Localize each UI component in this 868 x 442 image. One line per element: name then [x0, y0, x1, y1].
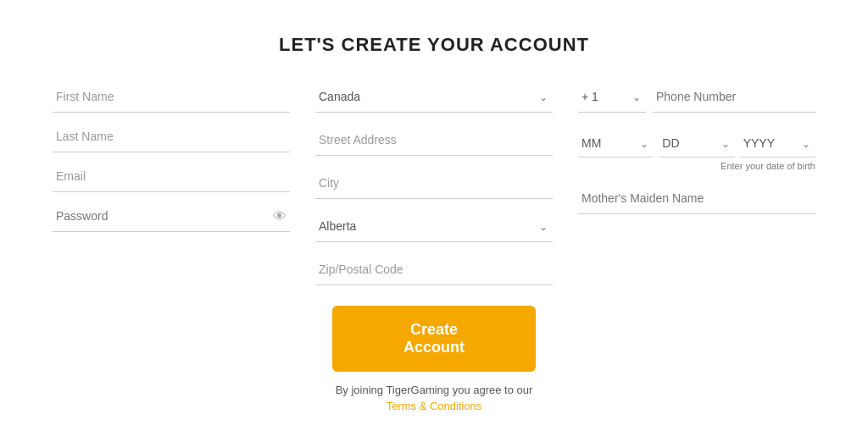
email-input[interactable] — [53, 161, 290, 192]
dob-year-wrapper: YYYY ⌄ — [740, 130, 815, 157]
zip-input[interactable] — [315, 254, 553, 285]
maiden-name-input[interactable] — [578, 183, 815, 214]
form-bottom: Create Account By joining TigerGaming yo… — [315, 306, 553, 412]
password-input[interactable] — [53, 201, 290, 232]
phone-code-select[interactable]: + 1 + 44 — [578, 81, 646, 113]
country-select[interactable]: Canada United States United Kingdom — [315, 81, 553, 113]
first-name-input[interactable] — [53, 81, 290, 113]
dob-day-wrapper: DD ⌄ — [659, 130, 734, 157]
page-title: LET'S CREATE YOUR ACCOUNT — [51, 34, 817, 56]
dob-day-select[interactable]: DD — [659, 130, 734, 157]
dob-row: MM 0102 0304 0506 0708 0910 1112 ⌄ DD ⌄ — [578, 130, 815, 157]
address-column: Canada United States United Kingdom ⌄ Al… — [315, 81, 553, 412]
street-address-input[interactable] — [315, 124, 553, 156]
password-toggle-icon[interactable]: 👁 — [273, 209, 287, 224]
phone-row: + 1 + 44 ⌄ — [578, 81, 815, 113]
dob-year-select[interactable]: YYYY — [740, 130, 815, 157]
phone-code-wrapper: + 1 + 44 ⌄ — [578, 81, 646, 113]
dob-month-wrapper: MM 0102 0304 0506 0708 0910 1112 ⌄ — [578, 130, 654, 157]
phone-number-input[interactable] — [653, 81, 815, 113]
province-select-wrapper: Alberta British Columbia Ontario Quebec … — [315, 211, 553, 242]
city-input[interactable] — [315, 168, 553, 199]
password-wrapper: 👁 — [53, 201, 290, 232]
terms-text: By joining TigerGaming you agree to our — [336, 384, 533, 396]
province-select[interactable]: Alberta British Columbia Ontario Quebec — [315, 211, 553, 242]
contact-info-column: + 1 + 44 ⌄ MM 0102 0304 0506 0708 0 — [578, 81, 815, 412]
terms-link[interactable]: Terms & Conditions — [387, 400, 482, 412]
personal-info-column: 👁 — [53, 81, 290, 412]
last-name-input[interactable] — [53, 121, 290, 152]
dob-month-select[interactable]: MM 0102 0304 0506 0708 0910 1112 — [578, 130, 654, 157]
dob-hint-text: Enter your date of birth — [578, 161, 815, 171]
create-account-button[interactable]: Create Account — [332, 306, 536, 372]
country-select-wrapper: Canada United States United Kingdom ⌄ — [315, 81, 553, 113]
